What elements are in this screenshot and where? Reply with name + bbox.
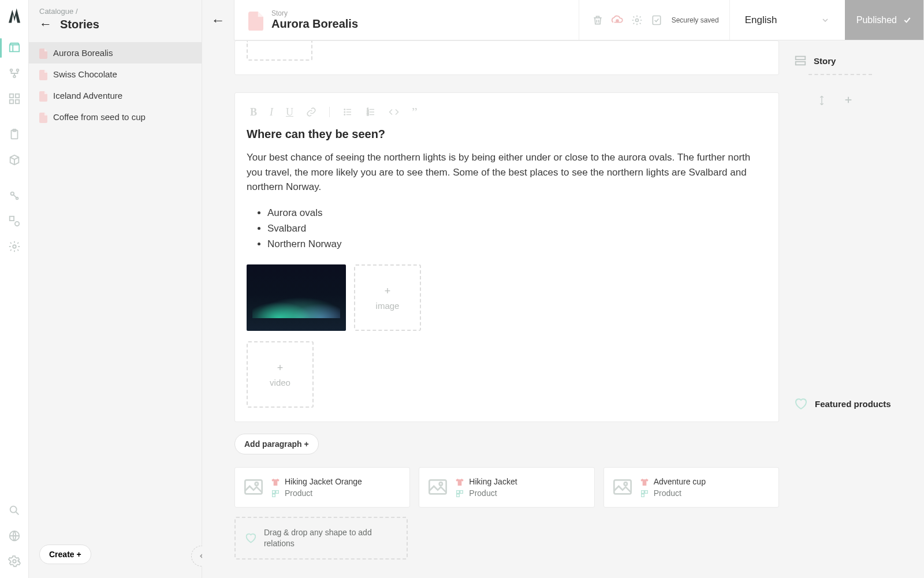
- nav-locale-icon[interactable]: [8, 529, 21, 542]
- svg-rect-11: [9, 217, 13, 221]
- nav-search-icon[interactable]: [8, 504, 21, 517]
- svg-rect-6: [15, 100, 18, 103]
- product-type: Product: [469, 488, 497, 498]
- image-thumbnail[interactable]: [247, 264, 346, 331]
- sidebar-item-swiss[interactable]: Swiss Chocolate: [29, 64, 202, 85]
- nav-box-icon[interactable]: [8, 154, 21, 166]
- sidebar-item-label: Coffee from seed to cup: [53, 112, 146, 122]
- component-label-text: Story: [814, 56, 836, 66]
- italic-icon[interactable]: I: [270, 106, 273, 118]
- svg-rect-36: [460, 491, 463, 494]
- ol-icon[interactable]: 123: [366, 107, 376, 117]
- ul-icon[interactable]: [342, 107, 353, 117]
- quote-icon[interactable]: ”: [412, 105, 418, 120]
- list-item: Aurora ovals: [267, 205, 767, 221]
- featured-products-row: Hiking Jacket Orange Product Hiking Jack…: [234, 467, 779, 508]
- sidebar-item-label: Aurora Borealis: [53, 48, 113, 58]
- article-list[interactable]: Aurora ovals Svalbard Northern Norway: [267, 205, 767, 252]
- shirt-icon: [455, 478, 464, 486]
- svg-rect-4: [15, 94, 18, 98]
- unpublish-icon[interactable]: [609, 12, 625, 28]
- paragraph-card: B I U 123 ” Where can they be seen? Your…: [234, 92, 779, 422]
- svg-rect-20: [796, 57, 806, 60]
- svg-point-10: [16, 197, 18, 200]
- settings-icon[interactable]: [629, 12, 645, 28]
- add-icon[interactable]: [844, 95, 853, 106]
- svg-point-0: [10, 69, 12, 72]
- sidebar-back-icon[interactable]: ←: [39, 17, 52, 32]
- chevron-down-icon: [821, 16, 830, 25]
- product-card[interactable]: Hiking Jacket Product: [419, 467, 594, 508]
- language-value: English: [745, 14, 777, 26]
- breadcrumb[interactable]: Catalogue /: [39, 7, 191, 16]
- svg-point-1: [16, 69, 18, 72]
- svg-point-14: [10, 506, 16, 513]
- header-back-button[interactable]: ←: [202, 0, 234, 40]
- svg-rect-38: [614, 480, 631, 494]
- article-heading[interactable]: Where can they be seen?: [247, 128, 767, 141]
- nav-clipboard-icon[interactable]: [8, 128, 21, 141]
- product-card[interactable]: Hiking Jacket Orange Product: [234, 467, 410, 508]
- product-name: Adventure cup: [654, 477, 706, 486]
- nav-tree-icon[interactable]: [8, 67, 21, 80]
- svg-point-34: [439, 482, 442, 485]
- link-icon[interactable]: [306, 107, 316, 117]
- publish-status-button[interactable]: Published: [845, 0, 923, 40]
- sidebar-item-coffee[interactable]: Coffee from seed to cup: [29, 106, 202, 128]
- product-type: Product: [654, 488, 681, 498]
- component-label-story: Story: [794, 54, 836, 67]
- component-label-text: Featured products: [815, 399, 891, 409]
- product-card[interactable]: Adventure cup Product: [603, 467, 779, 508]
- nav-gear-icon[interactable]: [8, 555, 21, 568]
- heart-icon: [245, 532, 257, 544]
- relations-dropzone[interactable]: Drag & drop any shape to add relations: [234, 517, 408, 560]
- image-icon: [429, 479, 447, 495]
- sidebar-item-iceland[interactable]: Iceland Adventure: [29, 85, 202, 106]
- svg-point-18: [635, 18, 638, 21]
- nav-webhook-icon[interactable]: [8, 189, 21, 202]
- svg-rect-33: [430, 480, 446, 494]
- check-icon: [903, 16, 912, 25]
- svg-point-22: [344, 109, 345, 110]
- language-select[interactable]: English: [729, 0, 845, 40]
- drag-handle-icon[interactable]: [817, 95, 826, 106]
- svg-point-39: [624, 482, 627, 485]
- nav-grid-icon[interactable]: [8, 92, 21, 105]
- svg-rect-28: [245, 480, 262, 494]
- nav-settings-icon[interactable]: [8, 240, 21, 253]
- list-item: Northern Norway: [267, 236, 767, 252]
- component-label-featured: Featured products: [794, 397, 891, 410]
- svg-rect-40: [641, 491, 644, 494]
- underline-icon[interactable]: U: [286, 106, 293, 118]
- document-icon: [39, 113, 47, 122]
- add-image-button[interactable]: + image: [354, 264, 421, 331]
- placeholder-label: image: [376, 301, 400, 311]
- delete-icon[interactable]: [590, 12, 606, 28]
- code-icon[interactable]: [389, 107, 399, 117]
- svg-rect-19: [653, 16, 660, 24]
- svg-point-23: [344, 111, 345, 113]
- svg-rect-5: [9, 100, 13, 103]
- page-title: Aurora Borealis: [271, 17, 358, 31]
- svg-rect-42: [641, 494, 644, 497]
- sidebar-item-label: Swiss Chocolate: [53, 69, 117, 79]
- add-paragraph-button[interactable]: Add paragraph +: [234, 434, 319, 454]
- back-arrow-icon: ←: [211, 12, 225, 28]
- document-icon: [39, 91, 47, 100]
- svg-point-24: [344, 114, 345, 115]
- create-button[interactable]: Create +: [39, 545, 91, 564]
- svg-point-16: [13, 560, 16, 563]
- svg-rect-31: [276, 491, 279, 494]
- article-paragraph[interactable]: Your best chance of seeing the northern …: [247, 150, 767, 195]
- nav-shapes-icon[interactable]: [8, 215, 21, 228]
- sidebar: Catalogue / ← Stories Aurora Borealis Sw…: [29, 0, 202, 578]
- paragraph-component-icon: [794, 54, 807, 67]
- add-video-button[interactable]: + video: [247, 341, 314, 408]
- workspace: ← Story Aurora Borealis Securely saved E…: [202, 0, 924, 578]
- plus-icon: +: [385, 285, 391, 297]
- add-media-placeholder[interactable]: [247, 41, 312, 61]
- sidebar-item-aurora[interactable]: Aurora Borealis: [29, 42, 202, 64]
- bold-icon[interactable]: B: [250, 106, 257, 118]
- svg-point-13: [13, 245, 16, 248]
- nav-catalogue-icon[interactable]: [8, 42, 21, 54]
